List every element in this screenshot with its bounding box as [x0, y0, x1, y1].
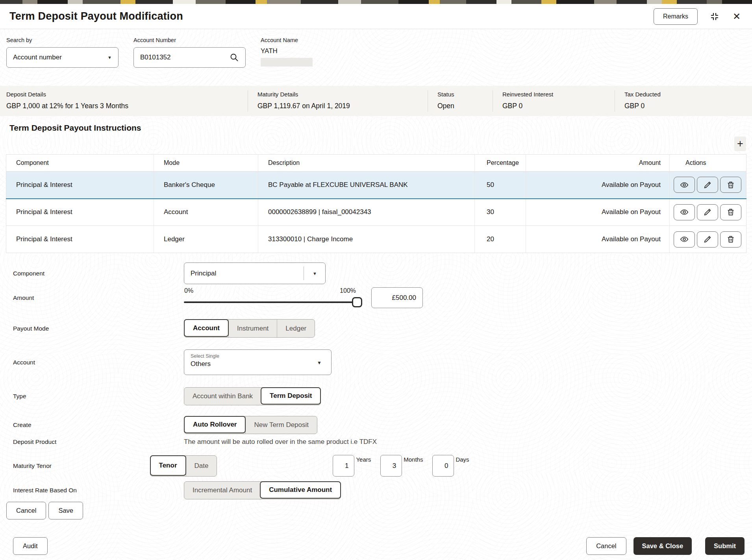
account-select-value: Others [191, 360, 325, 368]
save-close-button[interactable]: Save & Close [633, 537, 692, 555]
col-percentage: Percentage [475, 155, 526, 172]
account-number-input[interactable]: B0101352 [133, 47, 246, 68]
create-label: Create [0, 421, 184, 429]
audit-button[interactable]: Audit [13, 537, 48, 555]
deposit-product-row: Deposit Product The amount will be auto … [0, 438, 752, 446]
payout-mode-account[interactable]: Account [184, 319, 229, 337]
deposit-summary-strip: Deposit Details GBP 1,000 at 12% for 1 Y… [0, 86, 752, 116]
delete-button[interactable] [720, 231, 741, 248]
amount-row: Amount 0% 100% £500.00 [0, 287, 752, 308]
account-name-mask [261, 58, 313, 67]
add-instruction-button[interactable]: + [734, 137, 746, 151]
page-title: Term Deposit Payout Modification [9, 10, 183, 22]
pencil-icon [703, 235, 712, 244]
payout-mode-label: Payout Mode [0, 325, 184, 332]
collapse-icon[interactable] [709, 11, 720, 22]
component-select[interactable]: Principal ▼ [184, 262, 326, 284]
chevron-down-icon: ▼ [107, 55, 112, 60]
maturity-tenor-tenor[interactable]: Tenor [150, 455, 186, 476]
term-deposit-payout-window: Term Deposit Payout Modification Remarks… [0, 0, 752, 560]
payout-mode-row: Payout Mode Account Instrument Ledger [0, 319, 752, 338]
col-component: Component [6, 155, 154, 172]
payout-mode-instrument[interactable]: Instrument [228, 320, 277, 337]
form-save-button[interactable]: Save [48, 502, 83, 519]
years-input[interactable]: 1 [333, 455, 354, 477]
maturity-tenor-row: Maturity Tenor Tenor Date 1 Years 3 Mont… [0, 455, 752, 477]
create-row: Create Auto Rollover New Term Deposit [0, 416, 752, 434]
background-banner [0, 0, 752, 4]
days-input[interactable]: 0 [432, 455, 454, 477]
close-icon[interactable]: ✕ [732, 11, 742, 22]
component-row: Component Principal ▼ [0, 262, 752, 284]
trash-icon [726, 235, 735, 244]
edit-button[interactable] [697, 204, 718, 220]
component-label: Component [0, 270, 184, 277]
type-term-deposit[interactable]: Term Deposit [261, 387, 321, 405]
interest-rate-row: Interest Rate Based On Incremental Amoun… [0, 481, 752, 499]
interest-rate-label: Interest Rate Based On [0, 487, 184, 494]
summary-reinvested-interest: Reinvested Interest GBP 0 [493, 90, 615, 112]
type-label: Type [0, 393, 184, 400]
amount-slider-track[interactable] [184, 301, 360, 303]
account-select-caption: Select Single [191, 353, 325, 359]
table-row[interactable]: Principal & Interest Ledger 313300010 | … [6, 226, 746, 253]
trash-icon [726, 208, 735, 216]
view-button[interactable] [674, 204, 695, 220]
account-name-value: YATH [261, 47, 363, 55]
eye-icon [680, 235, 689, 244]
delete-button[interactable] [720, 204, 741, 220]
payout-mode-ledger[interactable]: Ledger [277, 320, 315, 337]
col-description: Description [258, 155, 475, 172]
summary-deposit-details: Deposit Details GBP 1,000 at 12% for 1 Y… [0, 90, 248, 112]
amount-label: Amount [0, 294, 184, 301]
search-by-select[interactable]: Account number ▼ [6, 47, 119, 68]
maturity-tenor-segmented: Tenor Date [150, 455, 217, 477]
view-button[interactable] [674, 231, 695, 248]
payout-form: Component Principal ▼ Amount 0% 100% £50… [0, 262, 752, 519]
account-name-label: Account Name [261, 37, 363, 43]
view-button[interactable] [674, 177, 695, 193]
delete-button[interactable] [720, 177, 741, 193]
create-segmented: Auto Rollover New Term Deposit [184, 416, 317, 434]
amount-slider-handle[interactable] [352, 297, 362, 307]
eye-icon [680, 181, 689, 189]
search-section: Search by Account number ▼ Account Numbe… [0, 29, 752, 68]
remarks-button[interactable]: Remarks [654, 8, 698, 25]
amount-value-input[interactable]: £500.00 [371, 287, 423, 308]
interest-rate-incremental[interactable]: Incremental Amount [184, 482, 260, 499]
footer-cancel-button[interactable]: Cancel [586, 537, 626, 555]
payout-mode-segmented: Account Instrument Ledger [184, 319, 315, 338]
summary-tax-deducted: Tax Deducted GBP 0 [615, 90, 752, 112]
months-input[interactable]: 3 [380, 455, 402, 477]
create-new-term-deposit[interactable]: New Term Deposit [245, 416, 317, 434]
col-amount: Amount [526, 155, 670, 172]
account-number-label: Account Number [133, 37, 246, 43]
account-row: Account Select Single Others ▼ [0, 349, 752, 375]
edit-button[interactable] [697, 231, 718, 248]
search-by-label: Search by [6, 37, 119, 43]
account-select[interactable]: Select Single Others ▼ [184, 349, 332, 375]
type-segmented: Account within Bank Term Deposit [184, 387, 321, 405]
edit-button[interactable] [697, 177, 718, 193]
trash-icon [726, 181, 735, 189]
table-row[interactable]: Principal & Interest Account 00000026388… [6, 199, 746, 226]
pencil-icon [703, 181, 712, 189]
table-header-row: Component Mode Description Percentage Am… [6, 155, 746, 172]
interest-rate-cumulative[interactable]: Cumulative Amount [260, 481, 341, 499]
window-footer: Audit Cancel Save & Close Submit [0, 537, 752, 555]
chevron-down-icon: ▼ [317, 360, 322, 366]
type-account-within-bank[interactable]: Account within Bank [184, 388, 261, 405]
summary-status: Status Open [428, 90, 493, 112]
deposit-product-label: Deposit Product [0, 438, 184, 445]
payout-instructions-table: Component Mode Description Percentage Am… [6, 154, 746, 253]
form-cancel-button[interactable]: Cancel [6, 502, 46, 519]
slider-min-label: 0% [184, 287, 193, 294]
maturity-tenor-date[interactable]: Date [186, 456, 217, 476]
days-label: Days [456, 457, 469, 477]
search-icon[interactable] [230, 53, 239, 62]
table-row[interactable]: Principal & Interest Banker's Cheque BC … [6, 172, 746, 199]
submit-button[interactable]: Submit [705, 537, 745, 555]
col-actions: Actions [670, 155, 746, 172]
search-by-value: Account number [13, 54, 62, 61]
create-auto-rollover[interactable]: Auto Rollover [184, 416, 246, 433]
